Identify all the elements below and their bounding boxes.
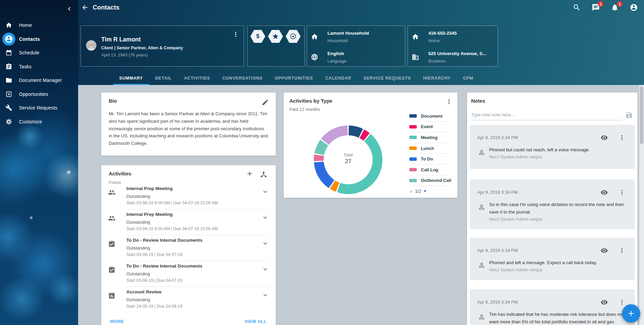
note-text: Phoned but could not reach; left a voice…: [489, 146, 625, 154]
activity-row[interactable]: Account Review Outstanding Start 24-05-1…: [101, 287, 276, 312]
address-label: Business: [428, 59, 446, 64]
eye-icon[interactable]: [601, 298, 609, 307]
activity-title: Internal Prep Meeting: [126, 212, 173, 217]
sidebar-item-document-manager[interactable]: Document Manager: [0, 73, 78, 87]
notes-title: Notes: [471, 98, 485, 104]
sidebar-item-tasks[interactable]: Tasks: [0, 60, 78, 74]
eye-icon[interactable]: [601, 189, 609, 197]
phone-row[interactable]: 416-555-2345 Home: [408, 31, 498, 47]
sidebar-item-opportunities[interactable]: Opportunities: [0, 87, 78, 101]
eye-icon[interactable]: [601, 134, 609, 142]
eye-icon[interactable]: [601, 247, 609, 255]
legend-swatch: [409, 157, 417, 161]
tab-hierarchy[interactable]: HIERARCHY: [417, 71, 457, 85]
chevron-down-icon[interactable]: [262, 266, 269, 273]
home-icon: [5, 21, 13, 29]
tab-detail[interactable]: DETAIL: [149, 71, 178, 85]
add-activity-button[interactable]: [246, 170, 253, 177]
back-button[interactable]: [81, 4, 89, 12]
conversations-button[interactable]: 1: [592, 3, 601, 12]
note-item: Apr 9, 2019 3:34 PM Phoned and left a me…: [470, 238, 635, 280]
activity-row[interactable]: To Do - Review Internal Documents Outsta…: [101, 261, 276, 287]
kebab-menu-icon[interactable]: [618, 134, 626, 141]
more-button[interactable]: MORE: [110, 319, 124, 324]
activity-row[interactable]: To Do - Review Internal Documents Outsta…: [101, 235, 276, 261]
sidebar-item-customize[interactable]: Customize: [0, 115, 78, 129]
chevron-down-icon[interactable]: [262, 214, 269, 221]
chart-subtitle: Past 12 months: [289, 107, 320, 112]
activities-footer: MORE VIEW ALL: [110, 319, 267, 324]
sidebar-item-home[interactable]: Home: [0, 18, 78, 32]
language-row: English Language: [307, 51, 405, 67]
tab-calendar[interactable]: CALENDAR: [319, 71, 358, 85]
phone-value: 416-555-2345: [428, 31, 457, 36]
view-all-button[interactable]: VIEW ALL: [244, 319, 267, 324]
bio-text: Mr. Tim Lamont has been a Senior Partner…: [109, 110, 268, 147]
kebab-menu-icon[interactable]: [618, 189, 626, 196]
legend-page-up-icon[interactable]: ▲: [409, 189, 413, 193]
kebab-menu-icon: [445, 98, 453, 105]
donut-slice[interactable]: [314, 162, 334, 188]
chart-title: Activities by Type: [289, 98, 332, 104]
person-icon: [478, 313, 485, 321]
activities-by-type-card: Activities by Type Past 12 months Total …: [284, 92, 458, 198]
legend-item[interactable]: Outbound Call: [409, 175, 450, 186]
sidebar-item-service-requests[interactable]: Service Requests: [0, 101, 78, 115]
address-row[interactable]: 525 University Avenue, S... Business: [408, 51, 498, 67]
household-row[interactable]: Lamont Household Household: [307, 31, 405, 47]
tab-conversations[interactable]: CONVERSATIONS: [216, 71, 269, 85]
legend-item[interactable]: Meeting: [409, 132, 450, 143]
contact-subtitle: Client | Senior Partner, Allen & Company: [101, 46, 183, 50]
search-icon: [573, 3, 582, 12]
search-button[interactable]: [573, 3, 582, 12]
person-icon: [478, 149, 485, 156]
account-icon: [630, 3, 639, 12]
donut-total-value: 27: [328, 158, 369, 165]
activity-row[interactable]: Internal Prep Meeting Outstanding Start …: [101, 209, 276, 235]
donut-slice[interactable]: [321, 125, 347, 145]
legend-page-down-icon[interactable]: ▼: [423, 189, 427, 193]
donut-center: Total 27: [328, 152, 369, 165]
edit-bio-button[interactable]: [262, 99, 268, 105]
legend-item[interactable]: Document: [409, 111, 450, 122]
legend-item[interactable]: Call Log: [409, 165, 450, 175]
activity-status: Outstanding: [126, 220, 150, 225]
donut-slice[interactable]: [314, 154, 324, 161]
sidebar-item-contacts[interactable]: Contacts: [0, 32, 78, 46]
kebab-menu-icon[interactable]: [618, 298, 626, 306]
legend-item[interactable]: Lunch: [409, 143, 450, 154]
chart-menu-button[interactable]: [445, 98, 453, 105]
tab-cpm[interactable]: CPM: [457, 71, 479, 85]
legend-swatch: [409, 179, 417, 182]
tab-opportunities[interactable]: OPPORTUNITIES: [269, 71, 319, 85]
legend-item[interactable]: Event: [409, 122, 450, 133]
chevron-down-icon[interactable]: [262, 291, 269, 299]
tab-summary[interactable]: SUMMARY: [113, 71, 149, 85]
new-note-input[interactable]: [471, 110, 622, 120]
save-note-button[interactable]: [625, 112, 633, 120]
opportunities-icon: [5, 90, 13, 98]
chevron-down-icon[interactable]: [262, 240, 269, 247]
kebab-menu-icon[interactable]: [618, 247, 626, 254]
account-button[interactable]: [630, 3, 639, 12]
collapse-sidebar-button[interactable]: [65, 4, 74, 14]
note-author: NexJ System Admin nexjsa: [489, 267, 625, 272]
tab-service-requests[interactable]: SERVICE REQUESTS: [357, 71, 417, 85]
donut-total-label: Total: [328, 152, 369, 157]
notifications-button[interactable]: 1: [611, 3, 620, 12]
activity-row[interactable]: Internal Prep Meeting Outstanding Start …: [101, 183, 276, 209]
badges-card: $: [247, 25, 305, 67]
contact-birthdate: April 13, 1943 (76 years): [101, 53, 148, 57]
tab-bar: SUMMARY DETAIL ACTIVITIES CONVERSATIONS …: [113, 71, 479, 85]
chevron-down-icon[interactable]: [262, 188, 269, 195]
legend-label: Document: [421, 114, 443, 119]
profile-menu-button[interactable]: [232, 31, 239, 38]
sidebar-item-schedule[interactable]: Schedule: [0, 46, 78, 60]
tab-activities[interactable]: ACTIVITIES: [178, 71, 216, 85]
todo-check-icon: [108, 266, 116, 274]
legend-item[interactable]: To Do: [409, 154, 450, 165]
scrollbar-thumb[interactable]: [640, 86, 643, 144]
hierarchy-view-button[interactable]: [260, 171, 267, 178]
globe-icon: [311, 53, 318, 61]
add-note-fab[interactable]: [622, 304, 640, 323]
